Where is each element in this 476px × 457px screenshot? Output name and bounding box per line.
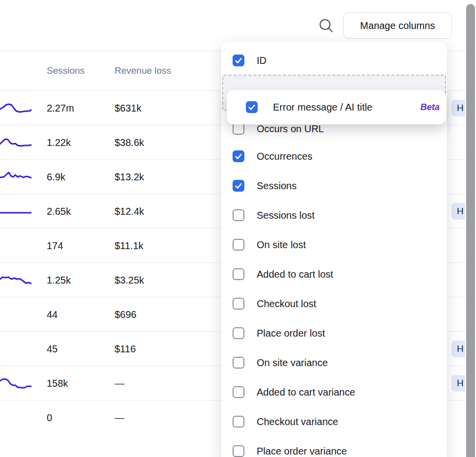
checkbox-unchecked-icon[interactable] — [233, 357, 244, 369]
revenue-loss-value: $12.4k — [115, 205, 144, 217]
column-option-label: ID — [257, 55, 267, 66]
manage-columns-label: Manage columns — [360, 20, 435, 31]
search-icon[interactable] — [318, 18, 334, 34]
column-option-label: On site lost — [257, 239, 306, 251]
sessions-value: 44 — [47, 309, 58, 320]
column-option-label: Checkout lost — [257, 298, 316, 310]
sessions-value: 1.25k — [47, 274, 71, 286]
revenue-loss-value: $3.25k — [115, 274, 144, 286]
revenue-loss-value: $38.6k — [115, 137, 144, 148]
column-option-id[interactable]: ID — [221, 47, 447, 74]
sessions-value: 158k — [47, 377, 68, 389]
column-option-label: Occurs on URL — [257, 123, 324, 135]
revenue-loss-value: $11.1k — [115, 240, 144, 251]
column-option-checkout-lost[interactable]: Checkout lost — [221, 289, 447, 318]
sessions-value: 2.27m — [47, 102, 74, 114]
sessions-value: 174 — [47, 240, 63, 251]
sparkline-chart — [0, 135, 31, 150]
column-option-sessions[interactable]: Sessions — [221, 171, 447, 200]
dragged-column-option-error-message[interactable]: Error message / AI title Beta — [227, 90, 446, 124]
checkbox-unchecked-icon[interactable] — [233, 416, 244, 428]
column-option-label: Occurrences — [257, 151, 312, 162]
column-option-label: Added to cart variance — [257, 387, 355, 398]
beta-badge: Beta — [420, 102, 440, 113]
revenue-loss-value: — — [115, 377, 124, 389]
checkbox-checked-icon[interactable] — [233, 180, 244, 192]
sparkline-chart — [0, 376, 31, 391]
revenue-loss-value: — — [115, 412, 124, 424]
sparkline-chart — [0, 101, 31, 115]
column-option-label: On site variance — [257, 357, 328, 369]
column-option-on-site-variance[interactable]: On site variance — [221, 348, 447, 377]
revenue-loss-value: $631k — [115, 102, 142, 114]
manage-columns-button[interactable]: Manage columns — [343, 12, 452, 39]
column-option-checkout-variance[interactable]: Checkout variance — [221, 407, 447, 436]
checkbox-unchecked-icon[interactable] — [233, 268, 244, 280]
sessions-value: 6.9k — [47, 171, 65, 182]
sparkline-chart — [0, 204, 31, 219]
checkbox-unchecked-icon[interactable] — [233, 239, 244, 251]
sparkline-chart — [0, 170, 31, 184]
checkbox-checked-icon[interactable] — [233, 150, 244, 162]
sparkline-chart — [0, 273, 31, 287]
column-option-label: Sessions — [257, 180, 297, 192]
column-option-occurrences[interactable]: Occurrences — [221, 142, 447, 171]
checkbox-unchecked-icon[interactable] — [233, 123, 244, 135]
column-option-added-to-cart-lost[interactable]: Added to cart lost — [221, 259, 447, 289]
column-option-label: Place order variance — [257, 446, 347, 457]
dragged-option-label: Error message / AI title — [273, 102, 372, 113]
column-option-sessions-lost[interactable]: Sessions lost — [221, 200, 447, 230]
revenue-loss-value: $116 — [115, 343, 136, 354]
manage-columns-dropdown: ID Error message / AI title Beta Occurs … — [221, 42, 447, 457]
column-option-place-order-lost[interactable]: Place order lost — [221, 318, 447, 348]
checkbox-unchecked-icon[interactable] — [233, 327, 244, 339]
sessions-value: 45 — [47, 343, 58, 354]
scrollbar-thumb[interactable] — [466, 4, 475, 457]
revenue-loss-value: $13.2k — [115, 171, 144, 182]
column-header-sessions: Sessions — [47, 65, 85, 76]
checkbox-unchecked-icon[interactable] — [233, 445, 244, 457]
checkbox-unchecked-icon[interactable] — [233, 386, 244, 398]
screen: Sessions Revenue loss 2.27m$631kH1.22k$3… — [0, 0, 476, 457]
column-option-label: Sessions lost — [257, 210, 315, 221]
column-option-label: Added to cart lost — [257, 269, 333, 280]
column-option-added-to-cart-variance[interactable]: Added to cart variance — [221, 377, 447, 407]
checkbox-unchecked-icon[interactable] — [233, 209, 244, 221]
sessions-value: 1.22k — [47, 137, 71, 148]
column-option-on-site-lost[interactable]: On site lost — [221, 230, 447, 259]
column-option-label: Checkout variance — [257, 416, 338, 428]
sessions-value: 2.65k — [47, 205, 71, 217]
column-option-label: Place order lost — [257, 328, 325, 339]
column-option-place-order-variance[interactable]: Place order variance — [221, 436, 447, 457]
column-header-revenue-loss: Revenue loss — [115, 65, 171, 76]
revenue-loss-value: $696 — [115, 309, 137, 320]
checkbox-unchecked-icon[interactable] — [233, 298, 244, 310]
checkbox-checked-icon[interactable] — [246, 101, 258, 113]
checkbox-checked-icon[interactable] — [233, 55, 244, 66]
sessions-value: 0 — [47, 412, 52, 424]
